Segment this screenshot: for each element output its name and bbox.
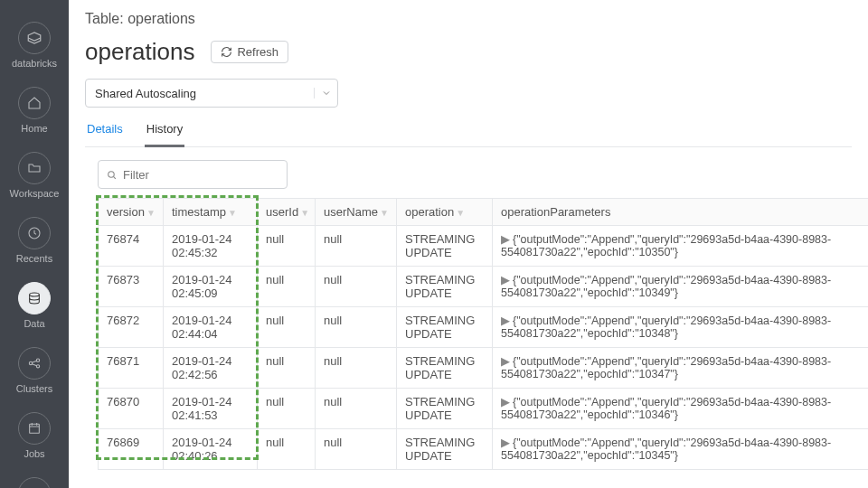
cell-username: null: [316, 307, 397, 348]
expand-icon[interactable]: ▶: [501, 233, 510, 246]
history-table: version▼ timestamp▼ userId▼ userName▼ op…: [98, 198, 868, 470]
cluster-select-value: Shared Autoscaling: [86, 87, 314, 100]
sidebar-item-recents[interactable]: Recents: [0, 210, 69, 275]
column-header-userid[interactable]: userId▼: [258, 199, 316, 226]
cell-userid: null: [258, 267, 316, 307]
cell-timestamp: 2019-01-24 02:45:32: [164, 226, 258, 267]
cell-version: 76874: [99, 226, 164, 267]
sidebar-item-label: Recents: [16, 253, 52, 264]
sidebar-item-clusters[interactable]: Clusters: [0, 340, 69, 405]
sidebar-item-search[interactable]: Search: [0, 470, 69, 488]
sidebar-brand[interactable]: databricks: [0, 14, 69, 80]
cell-username: null: [316, 429, 397, 470]
column-header-username[interactable]: userName▼: [316, 199, 397, 226]
cell-timestamp: 2019-01-24 02:42:56: [164, 348, 258, 389]
calendar-icon: [18, 412, 51, 445]
clock-icon: [18, 217, 51, 249]
sidebar-item-label: Home: [21, 123, 47, 134]
table-row[interactable]: 768732019-01-24 02:45:09nullnullSTREAMIN…: [99, 267, 869, 307]
clusters-icon: [18, 347, 51, 380]
refresh-icon: [221, 46, 232, 58]
cell-username: null: [316, 389, 397, 429]
cell-version: 76869: [99, 429, 164, 470]
cell-userid: null: [258, 226, 316, 267]
svg-point-1: [30, 293, 40, 296]
cell-version: 76870: [99, 389, 164, 429]
main-content: Table: operations operations Refresh Sha…: [69, 0, 868, 488]
column-header-operation[interactable]: operation▼: [397, 199, 493, 226]
page-title: operations: [85, 38, 194, 66]
column-header-timestamp[interactable]: timestamp▼: [164, 199, 258, 226]
cluster-select[interactable]: Shared Autoscaling: [85, 79, 338, 108]
sidebar-item-jobs[interactable]: Jobs: [0, 405, 69, 470]
expand-icon[interactable]: ▶: [501, 274, 510, 286]
heading-row: operations Refresh: [85, 38, 852, 66]
cell-timestamp: 2019-01-24 02:45:09: [164, 267, 258, 307]
table-row[interactable]: 768692019-01-24 02:40:26nullnullSTREAMIN…: [99, 429, 869, 470]
sort-icon: ▼: [146, 208, 156, 218]
expand-icon[interactable]: ▶: [501, 314, 510, 327]
sidebar-item-label: Data: [24, 318, 44, 329]
cell-operationparameters[interactable]: ▶{"outputMode":"Append","queryId":"29693…: [493, 267, 869, 307]
cell-operationparameters[interactable]: ▶{"outputMode":"Append","queryId":"29693…: [493, 389, 869, 429]
sidebar-item-label: Clusters: [16, 383, 52, 394]
sidebar-item-label: Jobs: [24, 448, 44, 459]
cell-operation: STREAMING UPDATE: [397, 389, 493, 429]
sidebar-item-data[interactable]: Data: [0, 275, 69, 340]
cell-version: 76871: [99, 348, 164, 389]
expand-icon[interactable]: ▶: [501, 355, 510, 368]
cell-operation: STREAMING UPDATE: [397, 348, 493, 389]
table-header-row: version▼ timestamp▼ userId▼ userName▼ op…: [99, 199, 869, 226]
cell-userid: null: [258, 429, 316, 470]
cell-operation: STREAMING UPDATE: [397, 226, 493, 267]
table-row[interactable]: 768702019-01-24 02:41:53nullnullSTREAMIN…: [99, 389, 869, 429]
search-icon: [18, 477, 51, 488]
table-row[interactable]: 768742019-01-24 02:45:32nullnullSTREAMIN…: [99, 226, 869, 267]
cell-username: null: [316, 348, 397, 389]
expand-icon[interactable]: ▶: [501, 396, 510, 408]
sidebar-item-label: Workspace: [10, 188, 60, 199]
cell-timestamp: 2019-01-24 02:41:53: [164, 389, 258, 429]
chevron-down-icon: [314, 88, 337, 99]
cell-operationparameters[interactable]: ▶{"outputMode":"Append","queryId":"29693…: [493, 226, 869, 267]
history-table-wrap: version▼ timestamp▼ userId▼ userName▼ op…: [98, 198, 852, 470]
cell-userid: null: [258, 389, 316, 429]
cell-operation: STREAMING UPDATE: [397, 307, 493, 348]
sidebar-brand-label: databricks: [12, 58, 57, 69]
home-icon: [18, 87, 51, 119]
cell-operationparameters[interactable]: ▶{"outputMode":"Append","queryId":"29693…: [493, 307, 869, 348]
refresh-button[interactable]: Refresh: [211, 41, 288, 63]
svg-rect-5: [30, 424, 40, 433]
sort-icon: ▼: [380, 208, 389, 218]
cell-operationparameters[interactable]: ▶{"outputMode":"Append","queryId":"29693…: [493, 429, 869, 470]
filter-text-field[interactable]: [123, 168, 279, 182]
sidebar-item-home[interactable]: Home: [0, 80, 69, 145]
cell-operation: STREAMING UPDATE: [397, 267, 493, 307]
cell-username: null: [316, 267, 397, 307]
search-icon: [106, 169, 118, 181]
cell-version: 76872: [99, 307, 164, 348]
database-icon: [18, 282, 51, 314]
tabs: Details History: [85, 117, 852, 147]
cell-userid: null: [258, 348, 316, 389]
refresh-label: Refresh: [237, 45, 278, 59]
table-row[interactable]: 768722019-01-24 02:44:04nullnullSTREAMIN…: [99, 307, 869, 348]
column-header-operationparameters[interactable]: operationParameters▼: [493, 199, 869, 226]
breadcrumb: Table: operations: [85, 11, 852, 27]
cell-version: 76873: [99, 267, 164, 307]
sidebar-item-workspace[interactable]: Workspace: [0, 145, 69, 210]
tab-details[interactable]: Details: [85, 117, 125, 146]
cell-operation: STREAMING UPDATE: [397, 429, 493, 470]
folder-icon: [18, 152, 51, 184]
sort-icon: ▼: [300, 208, 309, 218]
sort-icon: ▼: [456, 208, 465, 218]
cell-timestamp: 2019-01-24 02:44:04: [164, 307, 258, 348]
table-row[interactable]: 768712019-01-24 02:42:56nullnullSTREAMIN…: [99, 348, 869, 389]
cell-userid: null: [258, 307, 316, 348]
cell-operationparameters[interactable]: ▶{"outputMode":"Append","queryId":"29693…: [493, 348, 869, 389]
expand-icon[interactable]: ▶: [501, 436, 510, 449]
tab-history[interactable]: History: [145, 117, 184, 147]
filter-input[interactable]: [98, 160, 288, 189]
sidebar: databricks Home Workspace Recents Data: [0, 0, 69, 488]
column-header-version[interactable]: version▼: [99, 199, 164, 226]
